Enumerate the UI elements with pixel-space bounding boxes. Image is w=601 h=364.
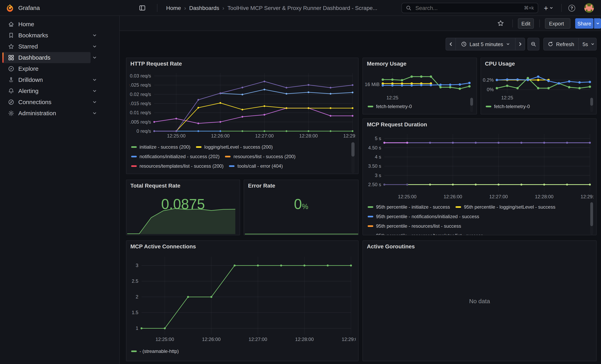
panel-title[interactable]: MCP Active Connections: [130, 243, 196, 250]
chevron-down-icon[interactable]: [92, 111, 97, 116]
legend-scrollbar-thumb[interactable]: [470, 98, 473, 106]
bell-icon: [8, 88, 14, 94]
legend-item[interactable]: tools/call - error (404): [229, 163, 283, 169]
sidebar-item-home[interactable]: Home: [0, 19, 120, 30]
panel-title[interactable]: Total Request Rate: [130, 182, 180, 189]
avatar-pixel-art: [584, 3, 586, 5]
legend-swatch: [368, 216, 373, 217]
breadcrumb-item[interactable]: Home: [166, 5, 181, 11]
chevron-down-icon[interactable]: [92, 89, 97, 93]
panel-title[interactable]: CPU Usage: [485, 60, 515, 67]
legend-item[interactable]: tools/call - success (200): [131, 173, 192, 174]
export-button[interactable]: Export: [545, 18, 571, 29]
svg-text:12:25: 12:25: [501, 95, 513, 99]
legend-swatch: [131, 351, 137, 352]
search-shortcut: ⌘+k: [524, 5, 534, 11]
zoom-out-button[interactable]: [528, 38, 539, 50]
grafana-logo-icon[interactable]: [6, 4, 14, 12]
legend-swatch: [368, 225, 373, 227]
breadcrumb-item[interactable]: Dashboards: [189, 5, 219, 11]
share-button[interactable]: Share: [575, 18, 593, 29]
svg-text:5 s: 5 s: [375, 136, 381, 141]
legend-swatch: [196, 146, 201, 148]
panel-memory-usage: Memory Usage 16 MiB12:25 fetch-telemetry…: [362, 58, 477, 114]
svg-text:12:29:00: 12:29:00: [343, 133, 356, 138]
svg-text:3 s: 3 s: [375, 173, 381, 178]
chevron-down-icon[interactable]: [92, 78, 97, 82]
legend-item[interactable]: initialize - success (200): [131, 144, 190, 150]
breadcrumb-item: ToolHive MCP Server & Proxy Runner Dashb…: [227, 5, 377, 11]
search-bar[interactable]: ⌘+k: [401, 3, 538, 13]
legend-item[interactable]: logging/setLevel - success (200): [196, 144, 273, 150]
legend-label: fetch-telemetry-0: [376, 104, 412, 109]
legend-row: notifications/initialized - success (202…: [131, 152, 349, 161]
legend-scrollbar-thumb[interactable]: [590, 98, 593, 106]
legend-label: resources/templates/list - success (200): [140, 163, 224, 169]
user-avatar[interactable]: [584, 3, 594, 13]
sidebar-item-bookmarks[interactable]: Bookmarks: [0, 30, 120, 41]
legend-row: resources/templates/list - success (200)…: [131, 161, 349, 171]
legend-item[interactable]: - (streamable-http): [131, 348, 179, 354]
share-menu-button[interactable]: [594, 18, 601, 29]
sidebar-item-administration[interactable]: Administration: [0, 108, 120, 119]
legend-scrollbar-thumb[interactable]: [590, 202, 593, 226]
panel-mcp-request-duration: MCP Request Duration 5 s4.50 s4 s3.50 s3…: [362, 118, 597, 235]
sidebar-item-dashboards[interactable]: Dashboards: [0, 52, 120, 63]
legend-item[interactable]: resources/list - success (200): [225, 154, 296, 159]
sidebar-toggle-icon[interactable]: [139, 5, 145, 11]
panel-title[interactable]: MCP Request Duration: [367, 121, 427, 128]
legend-item[interactable]: 95th percentile - logging/setLevel - suc…: [456, 204, 555, 210]
connections-icon: [8, 99, 14, 105]
time-shift-forward-button[interactable]: [515, 38, 525, 50]
sidebar-item-connections[interactable]: Connections: [0, 97, 120, 108]
legend-item[interactable]: notifications/initialized - success (202…: [131, 154, 220, 159]
grafana-app: Grafana Home›Dashboards›ToolHive MCP Ser…: [0, 0, 601, 364]
svg-text:0.025 req/s: 0.025 req/s: [130, 82, 151, 88]
svg-text:12:26:00: 12:26:00: [211, 133, 230, 138]
favorite-star-icon[interactable]: [497, 20, 504, 27]
sidebar-item-drilldown[interactable]: Drilldown: [0, 74, 120, 85]
legend-item[interactable]: 95th percentile - resources/templates/li…: [368, 233, 483, 235]
legend-item[interactable]: fetch-telemetry-0: [368, 104, 412, 109]
panel-title[interactable]: HTTP Request Rate: [130, 60, 182, 67]
svg-text:2.5: 2.5: [132, 278, 138, 284]
cpu-usage-chart: 0.2%0%12:25: [482, 69, 593, 99]
compass-icon: [8, 66, 14, 72]
panel-title[interactable]: Memory Usage: [367, 60, 406, 67]
svg-text:0%: 0%: [487, 87, 494, 92]
time-shift-back-button[interactable]: [446, 38, 456, 50]
refresh-button[interactable]: Refresh: [544, 38, 578, 50]
edit-button[interactable]: Edit: [518, 18, 534, 29]
legend-item[interactable]: fetch-telemetry-0: [486, 104, 530, 109]
legend-item[interactable]: unknown - success (200): [263, 173, 324, 174]
drilldown-icon: [8, 77, 14, 83]
legend-label: 95th percentile - resources/templates/li…: [376, 233, 483, 235]
legend-scrollbar-thumb[interactable]: [351, 142, 355, 157]
http-legend: initialize - success (200)logging/setLev…: [131, 142, 349, 174]
error-rate-unit: %: [302, 203, 308, 211]
sidebar-item-starred[interactable]: Starred: [0, 41, 120, 52]
panel-title[interactable]: Error Rate: [248, 182, 275, 189]
legend-item[interactable]: resources/templates/list - success (200): [131, 163, 224, 169]
svg-text:4.50 s: 4.50 s: [368, 145, 381, 150]
legend-row: fetch-telemetry-0: [368, 102, 463, 111]
mcp-request-duration-chart: 5 s4.50 s4 s3.50 s3 s2.50 s12:25:0012:26…: [366, 131, 594, 201]
chevron-down-icon[interactable]: [92, 100, 97, 105]
svg-text:12:26:00: 12:26:00: [202, 337, 220, 342]
legend-item[interactable]: 95th percentile - notifications/initiali…: [368, 214, 479, 219]
legend-item[interactable]: 95th percentile - initialize - success: [368, 204, 450, 210]
search-input[interactable]: [415, 4, 521, 11]
refresh-interval-picker[interactable]: 5s: [578, 38, 597, 50]
time-range-picker[interactable]: Last 5 minutes: [456, 38, 515, 50]
legend-label: resources/list - success (200): [233, 154, 296, 159]
legend-item[interactable]: 95th percentile - resources/list - succe…: [368, 223, 461, 229]
chevron-down-icon[interactable]: [92, 55, 97, 60]
sidebar-item-alerting[interactable]: Alerting: [0, 85, 120, 97]
chevron-down-icon: [549, 6, 553, 10]
new-menu-button[interactable]: +: [544, 3, 553, 13]
sidebar-item-explore[interactable]: Explore: [0, 63, 120, 74]
chevron-down-icon[interactable]: [92, 33, 97, 38]
chevron-down-icon[interactable]: [92, 44, 97, 49]
legend-item[interactable]: tools/list - success (200): [198, 173, 257, 174]
help-button[interactable]: ?: [568, 3, 575, 13]
